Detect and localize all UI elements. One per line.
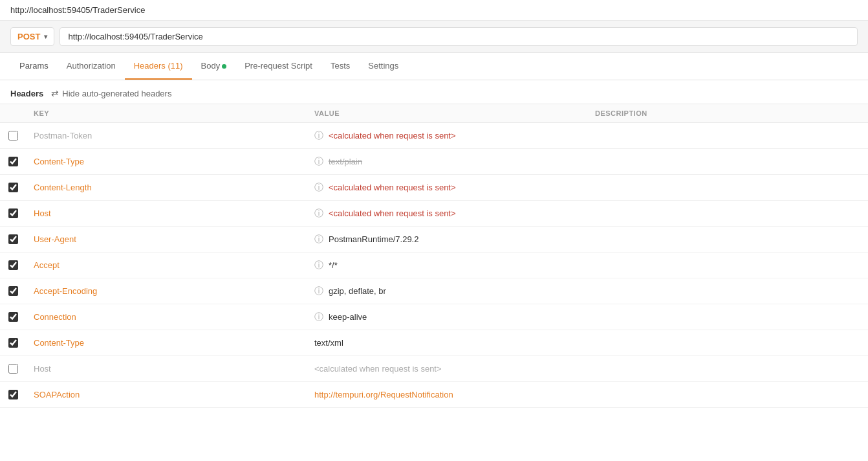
table-row: User-Agent ⓘ PostmanRuntime/7.29.2 <box>0 227 868 253</box>
col-key: KEY <box>26 109 307 117</box>
row-2-desc <box>587 157 868 167</box>
table-row: Host ⓘ <calculated when request is sent> <box>0 201 868 227</box>
row-10-checkbox[interactable] <box>8 364 18 374</box>
row-8-key: Connection <box>26 307 307 327</box>
row-11-value-cell: http://tempuri.org/RequestNotification <box>307 385 587 405</box>
row-6-value-cell: ⓘ */* <box>307 254 587 276</box>
info-icon: ⓘ <box>314 286 323 297</box>
row-9-key: Content-Type <box>26 333 307 353</box>
row-6-key: Accept <box>26 255 307 275</box>
table-header-row: KEY VALUE DESCRIPTION <box>0 104 868 123</box>
row-2-value: text/plain <box>329 157 362 166</box>
row-5-checkbox-cell <box>0 234 26 244</box>
row-7-desc <box>587 286 868 297</box>
method-dropdown[interactable]: POST ▾ <box>10 27 54 46</box>
tab-pre-request-script[interactable]: Pre-request Script <box>235 53 321 80</box>
row-3-desc <box>587 183 868 193</box>
row-10-value-cell: <calculated when request is sent> <box>307 359 587 379</box>
tab-bar: Params Authorization Headers (11) Body P… <box>0 53 868 80</box>
row-8-value: keep-alive <box>329 312 367 322</box>
row-8-desc <box>587 312 868 322</box>
row-1-checkbox-cell <box>0 131 26 141</box>
row-8-checkbox-cell <box>0 312 26 322</box>
row-10-desc <box>587 364 868 374</box>
row-9-value-cell: text/xml <box>307 333 587 353</box>
row-7-value-cell: ⓘ gzip, deflate, br <box>307 280 587 302</box>
row-10-value: <calculated when request is sent> <box>314 364 442 374</box>
row-11-key: SOAPAction <box>26 385 307 405</box>
row-5-desc <box>587 234 868 245</box>
row-2-value-cell: ⓘ text/plain <box>307 151 587 173</box>
row-6-value: */* <box>329 260 338 270</box>
headers-label: Headers <box>10 89 43 98</box>
row-10-checkbox-cell <box>0 364 26 374</box>
tab-headers[interactable]: Headers (11) <box>125 53 192 80</box>
table-row: Connection ⓘ keep-alive <box>0 304 868 330</box>
url-input[interactable] <box>60 27 858 46</box>
chevron-down-icon: ▾ <box>44 33 47 40</box>
row-3-checkbox[interactable] <box>8 183 18 192</box>
table-row: SOAPAction http://tempuri.org/RequestNot… <box>0 382 868 408</box>
headers-section-header: Headers ⇄ Hide auto-generated headers <box>0 80 868 104</box>
info-icon: ⓘ <box>314 260 323 271</box>
row-7-checkbox[interactable] <box>8 286 18 296</box>
row-1-value: <calculated when request is sent> <box>329 131 456 141</box>
row-4-desc <box>587 208 868 219</box>
row-4-checkbox[interactable] <box>8 208 18 218</box>
row-6-desc <box>587 260 868 271</box>
row-4-value-cell: ⓘ <calculated when request is sent> <box>307 203 587 225</box>
method-label: POST <box>17 32 40 41</box>
tab-authorization[interactable]: Authorization <box>58 53 125 80</box>
row-5-checkbox[interactable] <box>8 234 18 244</box>
row-3-value: <calculated when request is sent> <box>329 183 456 192</box>
row-3-key: Content-Length <box>26 177 307 197</box>
row-9-checkbox-cell <box>0 338 26 348</box>
col-value: VALUE <box>307 109 587 117</box>
row-10-key: Host <box>26 359 307 379</box>
tab-tests[interactable]: Tests <box>321 53 359 80</box>
row-1-key: Postman-Token <box>26 126 307 146</box>
info-icon: ⓘ <box>314 182 323 194</box>
row-11-checkbox-cell <box>0 390 26 399</box>
hide-auto-headers-button[interactable]: ⇄ Hide auto-generated headers <box>51 88 171 98</box>
table-row: Content-Type ⓘ text/plain <box>0 149 868 175</box>
row-5-value-cell: ⓘ PostmanRuntime/7.29.2 <box>307 229 587 251</box>
table-row: Accept-Encoding ⓘ gzip, deflate, br <box>0 278 868 304</box>
table-row: Content-Type text/xml <box>0 330 868 356</box>
page-url: http://localhost:59405/TraderService <box>10 5 145 15</box>
headers-table: KEY VALUE DESCRIPTION Postman-Token ⓘ <c… <box>0 104 868 408</box>
info-icon: ⓘ <box>314 130 323 142</box>
row-2-key: Content-Type <box>26 152 307 172</box>
info-icon: ⓘ <box>314 208 323 219</box>
table-row: Postman-Token ⓘ <calculated when request… <box>0 123 868 149</box>
hide-icon: ⇄ <box>51 88 59 98</box>
info-icon: ⓘ <box>314 311 323 323</box>
row-7-value: gzip, deflate, br <box>329 286 386 296</box>
row-4-checkbox-cell <box>0 208 26 218</box>
row-9-value: text/xml <box>314 338 343 348</box>
row-11-checkbox[interactable] <box>8 390 18 399</box>
row-9-checkbox[interactable] <box>8 338 18 348</box>
col-description: DESCRIPTION <box>587 109 868 117</box>
row-11-value: http://tempuri.org/RequestNotification <box>314 390 453 399</box>
row-2-checkbox[interactable] <box>8 157 18 166</box>
col-checkbox <box>0 109 26 117</box>
info-icon: ⓘ <box>314 156 323 168</box>
tab-params[interactable]: Params <box>10 53 58 80</box>
row-3-checkbox-cell <box>0 183 26 192</box>
row-3-value-cell: ⓘ <calculated when request is sent> <box>307 177 587 199</box>
row-6-checkbox[interactable] <box>8 260 18 270</box>
row-8-value-cell: ⓘ keep-alive <box>307 306 587 328</box>
tab-settings[interactable]: Settings <box>359 53 407 80</box>
hide-auto-headers-label: Hide auto-generated headers <box>62 89 171 98</box>
tab-body[interactable]: Body <box>192 53 236 80</box>
table-row: Accept ⓘ */* <box>0 253 868 278</box>
row-8-checkbox[interactable] <box>8 312 18 322</box>
row-4-key: Host <box>26 203 307 223</box>
row-1-checkbox[interactable] <box>8 131 18 141</box>
row-6-checkbox-cell <box>0 260 26 270</box>
table-row: Content-Length ⓘ <calculated when reques… <box>0 175 868 201</box>
info-icon: ⓘ <box>314 234 323 245</box>
row-5-value: PostmanRuntime/7.29.2 <box>329 234 418 244</box>
row-2-checkbox-cell <box>0 157 26 166</box>
